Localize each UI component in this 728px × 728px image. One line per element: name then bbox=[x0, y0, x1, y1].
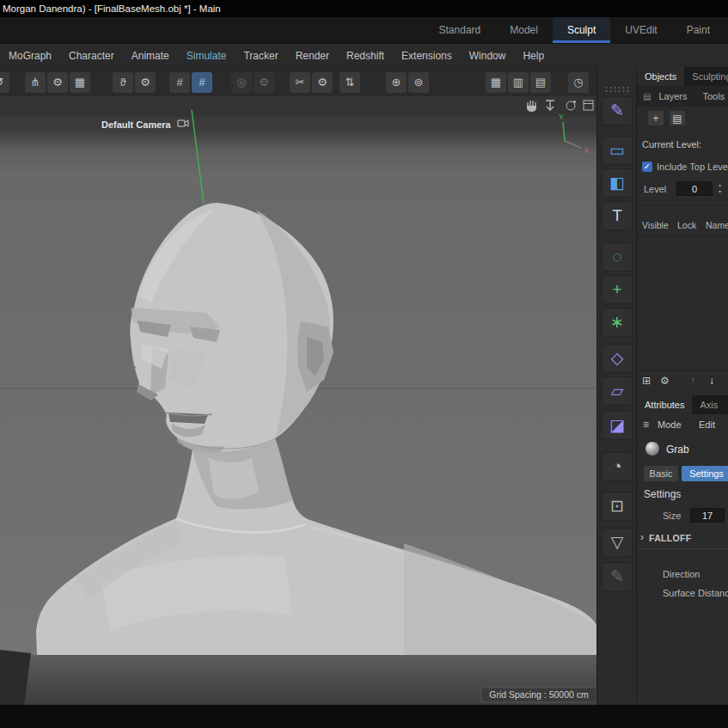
menu-redshift[interactable]: Redshift bbox=[338, 44, 393, 68]
weights-icon[interactable]: ▦ bbox=[70, 72, 90, 93]
tab-axis[interactable]: Axis bbox=[692, 395, 725, 414]
level-stepper-down[interactable]: ▾ bbox=[716, 188, 724, 195]
funnel-icon[interactable]: ▽ bbox=[602, 528, 633, 557]
gear-icon[interactable]: ⚙ bbox=[660, 375, 670, 387]
menu-render[interactable]: Render bbox=[287, 44, 338, 68]
attribute-tab-bar: Attributes Axis bbox=[637, 395, 728, 414]
tab-attributes[interactable]: Attributes bbox=[637, 395, 692, 414]
wire-sphere-icon[interactable]: ◇ bbox=[602, 344, 633, 373]
menu-simulate[interactable]: Simulate bbox=[178, 44, 236, 68]
layout-tab-standard[interactable]: Standard bbox=[425, 17, 496, 43]
include-top-level-label: Include Top Level bbox=[657, 162, 728, 172]
layers-icon: ▤ bbox=[643, 92, 651, 101]
hamburger-icon[interactable]: ≡ bbox=[643, 419, 649, 431]
layout-tab-sculpt[interactable]: Sculpt bbox=[553, 17, 610, 43]
menu-extensions[interactable]: Extensions bbox=[393, 44, 461, 68]
layout-grid-icon[interactable]: ⊞ bbox=[642, 375, 651, 387]
svg-text:Default Camera: Default Camera bbox=[101, 119, 172, 130]
window-title: Morgan Danendra) - [FinalBaseMesh.obj *]… bbox=[0, 0, 728, 17]
layout-tab-model[interactable]: Model bbox=[495, 17, 553, 43]
grid-icon[interactable]: # bbox=[169, 72, 190, 93]
include-top-level-checkbox[interactable]: ✓ bbox=[642, 162, 652, 172]
viewport[interactable]: Y X Default Camera bbox=[0, 96, 596, 705]
menu-help[interactable]: Help bbox=[514, 44, 553, 68]
simulate-settings-icon[interactable]: ⚙ bbox=[135, 72, 156, 93]
tab-settings[interactable]: Settings bbox=[682, 466, 728, 481]
column-lock[interactable]: Lock bbox=[677, 220, 696, 230]
history-icon[interactable]: ↺ bbox=[0, 72, 9, 93]
clock-icon[interactable]: ◷ bbox=[568, 72, 589, 93]
sphere-shade-icon[interactable]: ◔ bbox=[602, 452, 633, 481]
axis-y-label: Y bbox=[559, 113, 564, 121]
polygon-pen-icon[interactable]: ✎ bbox=[602, 96, 633, 125]
generator-icon[interactable]: ∗ bbox=[602, 308, 633, 337]
add-level-button[interactable]: + bbox=[647, 110, 664, 126]
move-up-icon[interactable]: ↑ bbox=[690, 375, 695, 387]
text-tool-icon[interactable]: T bbox=[602, 201, 633, 230]
axis-icon[interactable]: ⊕ bbox=[386, 72, 407, 93]
add-object-icon[interactable]: + bbox=[602, 275, 633, 304]
manager-subtab-bar: ▤ Layers Tools bbox=[637, 86, 728, 107]
extrude-cube-icon[interactable]: ⊡ bbox=[602, 492, 633, 521]
direction-label: Direction bbox=[663, 569, 700, 579]
tab-layers[interactable]: Layers bbox=[651, 91, 694, 101]
timeline-film-icon[interactable]: ▥ bbox=[508, 72, 529, 93]
toolbar-grip[interactable] bbox=[604, 86, 630, 93]
viewport-chrome bbox=[0, 96, 596, 117]
layout-tab-paint[interactable]: Paint bbox=[672, 17, 725, 43]
cube-icon[interactable]: ◧ bbox=[602, 168, 633, 198]
menu-window[interactable]: Window bbox=[461, 44, 515, 68]
bottom-strip bbox=[0, 705, 728, 728]
mirror-icon[interactable]: ◪ bbox=[602, 411, 633, 440]
snap-grid-icon[interactable]: # bbox=[192, 72, 212, 93]
sort-arrows-icon[interactable]: ⇅ bbox=[340, 72, 360, 93]
main-toolbar: ↺ ⋔ ⚙ ▦ ϑ ⚙ # # ◎ ⚙ ✂ ⚙ ⇅ ⊕ ⊚ ▦ ▥ ▤ ◷ bbox=[0, 67, 596, 96]
grab-tool-icon bbox=[645, 442, 659, 456]
timeline-key-icon[interactable]: ▤ bbox=[530, 72, 551, 93]
tab-basic[interactable]: Basic bbox=[644, 466, 678, 481]
gear-disabled-icon[interactable]: ⚙ bbox=[254, 72, 274, 93]
split-icon[interactable]: ✂ bbox=[290, 72, 310, 93]
duplicate-button[interactable]: ▤ bbox=[669, 110, 686, 126]
axis-x-label: X bbox=[584, 146, 589, 155]
tool-name: Grab bbox=[666, 444, 689, 456]
level-stepper-up[interactable]: ▴ bbox=[716, 181, 724, 188]
auto-mode-icon[interactable]: ⊚ bbox=[408, 72, 429, 93]
character-rig-icon[interactable]: ⋔ bbox=[25, 72, 46, 93]
split-settings-icon[interactable]: ⚙ bbox=[312, 72, 333, 93]
layout-tab-uvedit[interactable]: UVEdit bbox=[610, 17, 671, 43]
rectangle-select-icon[interactable]: ▭ bbox=[602, 136, 633, 165]
pencil-disabled-icon[interactable]: ✎ bbox=[602, 562, 633, 591]
tab-sculpting[interactable]: Sculpting bbox=[684, 67, 728, 86]
settings-heading: Settings bbox=[644, 488, 681, 500]
column-name[interactable]: Name bbox=[706, 220, 728, 230]
sculpt-toolbar: ✎ ▭ ◧ T ◌ + ∗ ◇ ▱ ◪ ◔ ⊡ ▽ ✎ bbox=[596, 67, 637, 705]
grid-spacing-badge: Grid Spacing : 50000 cm bbox=[481, 688, 596, 702]
current-level-label: Current Level: bbox=[642, 139, 701, 150]
simulate-cloth-icon[interactable]: ϑ bbox=[113, 72, 133, 93]
falloff-section-label: FALLOFF bbox=[649, 533, 691, 543]
tab-tools[interactable]: Tools bbox=[694, 91, 728, 101]
character-settings-icon[interactable]: ⚙ bbox=[47, 72, 68, 93]
edit-menu[interactable]: Edit bbox=[699, 419, 715, 430]
target-disabled-icon[interactable]: ◎ bbox=[231, 72, 252, 93]
move-down-icon[interactable]: ↓ bbox=[709, 375, 714, 387]
menu-animate[interactable]: Animate bbox=[123, 44, 178, 68]
menu-tracker[interactable]: Tracker bbox=[235, 44, 286, 68]
menu-character[interactable]: Character bbox=[60, 44, 123, 68]
viewport-canvas[interactable]: Y X Default Camera bbox=[0, 96, 596, 705]
svg-text:Grid Spacing : 50000 cm: Grid Spacing : 50000 cm bbox=[489, 689, 589, 700]
column-visible[interactable]: Visible bbox=[642, 220, 669, 230]
size-value-field[interactable]: 17 bbox=[690, 508, 725, 523]
tab-objects[interactable]: Objects bbox=[637, 67, 684, 86]
menu-mograph[interactable]: MoGraph bbox=[0, 44, 60, 68]
right-panel: Objects Sculpting ▤ Layers Tools + ▤ Cur… bbox=[637, 67, 728, 705]
mode-menu[interactable]: Mode bbox=[658, 419, 682, 430]
size-label: Size bbox=[663, 511, 681, 521]
timeline-icon[interactable]: ▦ bbox=[486, 72, 506, 93]
level-value-field[interactable]: 0 bbox=[676, 181, 713, 196]
plateau-icon[interactable]: ▱ bbox=[602, 376, 633, 406]
point-sphere-icon[interactable]: ◌ bbox=[602, 242, 633, 272]
falloff-chevron-icon[interactable]: › bbox=[640, 531, 644, 543]
menu-bar: MoGraph Character Animate Simulate Track… bbox=[0, 43, 728, 67]
